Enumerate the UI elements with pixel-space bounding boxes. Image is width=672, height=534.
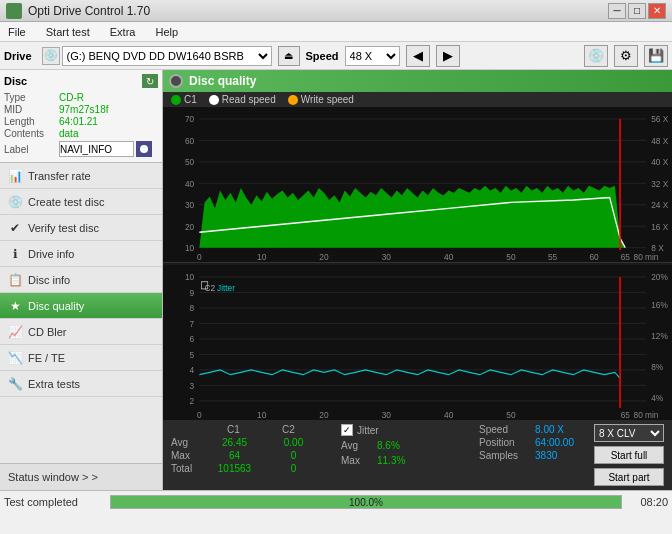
app-title: Opti Drive Control 1.70 xyxy=(28,4,150,18)
disc-refresh-button[interactable]: ↻ xyxy=(142,74,158,88)
top-chart-svg: 70 60 50 40 30 20 10 56 X 48 X 40 X 32 X… xyxy=(163,107,672,262)
sidebar-item-disc-info[interactable]: 📋 Disc info xyxy=(0,267,162,293)
menu-extra[interactable]: Extra xyxy=(106,25,140,39)
menu-bar: File Start test Extra Help xyxy=(0,22,672,42)
svg-text:48 X: 48 X xyxy=(651,135,668,146)
disc-quality-icon: ★ xyxy=(8,299,22,313)
menu-file[interactable]: File xyxy=(4,25,30,39)
svg-text:C2: C2 xyxy=(205,283,216,294)
speed-select[interactable]: 48 X xyxy=(345,46,400,66)
drive-select[interactable]: (G:) BENQ DVD DD DW1640 BSRB xyxy=(62,46,272,66)
disc-button[interactable]: 💿 xyxy=(584,45,608,67)
read-speed-legend-dot xyxy=(209,95,219,105)
speed-position-stats: Speed 8.00 X Position 64:00.00 Samples 3… xyxy=(479,424,574,461)
max-jitter-value: 11.3% xyxy=(377,455,405,466)
mid-value: 97m27s18f xyxy=(59,104,158,115)
svg-text:10: 10 xyxy=(185,272,194,283)
sidebar-item-transfer-rate[interactable]: 📊 Transfer rate xyxy=(0,163,162,189)
sidebar-item-create-test-disc[interactable]: 💿 Create test disc xyxy=(0,189,162,215)
avg-label: Avg xyxy=(171,437,203,448)
extra-tests-icon: 🔧 xyxy=(8,377,22,391)
svg-text:30: 30 xyxy=(382,251,391,262)
close-button[interactable]: ✕ xyxy=(648,3,666,19)
contents-label: Contents xyxy=(4,128,59,139)
svg-text:12%: 12% xyxy=(651,330,668,341)
status-window-label: Status window > > xyxy=(8,471,98,483)
sidebar-item-drive-info[interactable]: ℹ Drive info xyxy=(0,241,162,267)
fe-te-icon: 📉 xyxy=(8,351,22,365)
max-jitter-label: Max xyxy=(341,455,373,466)
label-edit-button[interactable] xyxy=(136,141,152,157)
avg-jitter-row: Avg 8.6% xyxy=(341,440,405,451)
sidebar-item-disc-quality[interactable]: ★ Disc quality xyxy=(0,293,162,319)
read-speed-legend-label: Read speed xyxy=(222,94,276,105)
svg-text:4%: 4% xyxy=(651,392,663,403)
create-disc-icon: 💿 xyxy=(8,195,22,209)
type-value: CD-R xyxy=(59,92,158,103)
speed-label: Speed xyxy=(306,50,339,62)
disc-quality-header: Disc quality xyxy=(163,70,672,92)
total-c1: 101563 xyxy=(207,463,262,474)
sidebar-item-cd-bler[interactable]: 📈 CD Bler xyxy=(0,319,162,345)
type-label: Type xyxy=(4,92,59,103)
next-speed-button[interactable]: ▶ xyxy=(436,45,460,67)
start-part-button[interactable]: Start part xyxy=(594,468,664,486)
svg-text:70: 70 xyxy=(185,114,194,125)
svg-text:0: 0 xyxy=(197,409,202,420)
main-area: Disc ↻ Type CD-R MID 97m27s18f Length 64… xyxy=(0,70,672,490)
disc-quality-icon-header xyxy=(169,74,183,88)
position-label: Position xyxy=(479,437,529,448)
svg-text:0: 0 xyxy=(197,251,202,262)
svg-text:16 X: 16 X xyxy=(651,221,668,232)
progress-label: 100.0% xyxy=(111,496,621,510)
settings-button[interactable]: ⚙ xyxy=(614,45,638,67)
eject-button[interactable]: ⏏ xyxy=(278,46,300,66)
status-text: Test completed xyxy=(4,496,104,508)
label-input[interactable] xyxy=(59,141,134,157)
svg-text:60: 60 xyxy=(185,135,194,146)
sidebar-item-label: CD Bler xyxy=(28,326,67,338)
svg-text:6: 6 xyxy=(190,334,195,345)
menu-start-test[interactable]: Start test xyxy=(42,25,94,39)
transfer-rate-icon: 📊 xyxy=(8,169,22,183)
svg-text:30: 30 xyxy=(185,200,194,211)
mid-label: MID xyxy=(4,104,59,115)
svg-text:2: 2 xyxy=(190,396,195,407)
minimize-button[interactable]: ─ xyxy=(608,3,626,19)
menu-help[interactable]: Help xyxy=(151,25,182,39)
svg-text:20%: 20% xyxy=(651,272,668,283)
avg-c1: 26.45 xyxy=(207,437,262,448)
drive-icon: 💿 xyxy=(42,47,60,65)
status-bar: Test completed 100.0% 08:20 xyxy=(0,490,672,512)
sidebar-item-label: Disc quality xyxy=(28,300,84,312)
avg-c2: 0.00 xyxy=(266,437,321,448)
progress-bar: 100.0% xyxy=(110,495,622,509)
speed-stat-label: Speed xyxy=(479,424,529,435)
app-icon xyxy=(6,3,22,19)
samples-row: Samples 3830 xyxy=(479,450,574,461)
jitter-checkbox[interactable]: ✓ xyxy=(341,424,353,436)
start-full-button[interactable]: Start full xyxy=(594,446,664,464)
restore-button[interactable]: □ xyxy=(628,3,646,19)
right-controls: 8 X CLV Start full Start part xyxy=(594,424,664,486)
clv-select[interactable]: 8 X CLV xyxy=(594,424,664,442)
prev-speed-button[interactable]: ◀ xyxy=(406,45,430,67)
svg-text:40 X: 40 X xyxy=(651,157,668,168)
legend-c1: C1 xyxy=(171,94,197,105)
sidebar-item-label: Transfer rate xyxy=(28,170,91,182)
svg-text:3: 3 xyxy=(190,380,195,391)
status-window-button[interactable]: Status window > > xyxy=(0,464,162,490)
sidebar-item-label: Drive info xyxy=(28,248,74,260)
sidebar-item-label: Create test disc xyxy=(28,196,104,208)
samples-value: 3830 xyxy=(535,450,557,461)
svg-text:24 X: 24 X xyxy=(651,200,668,211)
write-speed-legend-label: Write speed xyxy=(301,94,354,105)
sidebar-item-extra-tests[interactable]: 🔧 Extra tests xyxy=(0,371,162,397)
svg-text:10: 10 xyxy=(257,409,266,420)
time-display: 08:20 xyxy=(628,496,668,508)
sidebar-item-verify-test-disc[interactable]: ✔ Verify test disc xyxy=(0,215,162,241)
samples-label: Samples xyxy=(479,450,529,461)
svg-text:50: 50 xyxy=(506,251,515,262)
sidebar-item-fe-te[interactable]: 📉 FE / TE xyxy=(0,345,162,371)
save-button[interactable]: 💾 xyxy=(644,45,668,67)
